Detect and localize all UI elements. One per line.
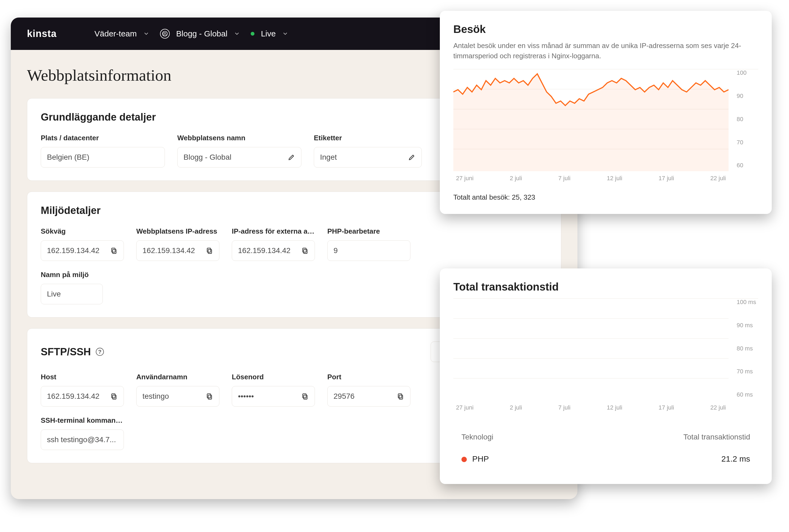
copy-icon[interactable]: [301, 393, 309, 400]
location-value: Belgien (BE): [41, 147, 165, 168]
svg-rect-7: [113, 395, 116, 399]
port-label: Port: [327, 373, 410, 381]
svg-rect-6: [303, 248, 306, 252]
copy-icon[interactable]: [206, 393, 213, 400]
svg-rect-13: [399, 395, 402, 399]
ext-ip-field[interactable]: 162.159.134.42: [232, 240, 315, 261]
svg-rect-4: [207, 248, 211, 252]
svg-rect-8: [112, 394, 115, 398]
ip-field[interactable]: 162.159.134.42: [136, 240, 219, 261]
copy-icon[interactable]: [397, 393, 404, 400]
tech-header: Teknologi: [462, 433, 493, 441]
ext-ip-label: IP-adress för externa anslu: [232, 227, 315, 235]
svg-rect-10: [207, 394, 211, 398]
copy-icon[interactable]: [110, 247, 118, 254]
time-header: Total transaktionstid: [683, 433, 750, 441]
site-name: Blogg - Global: [176, 29, 227, 38]
team-switcher[interactable]: Väder-team: [94, 29, 149, 38]
port-field[interactable]: 29576: [327, 386, 410, 406]
visits-total: Totalt antal besök: 25, 323: [453, 193, 758, 202]
tech-table: Teknologi Total transaktionstid PHP21.2 …: [453, 428, 758, 472]
path-field[interactable]: 162.159.134.42: [41, 240, 124, 261]
copy-icon[interactable]: [301, 247, 309, 254]
path-label: Sökväg: [41, 227, 124, 235]
visits-card: Besök Antalet besök under en viss månad …: [440, 11, 772, 214]
location-label: Plats / datacenter: [41, 134, 165, 142]
wordpress-icon: [160, 29, 170, 39]
svg-rect-12: [303, 394, 306, 398]
status-dot-icon: [251, 32, 255, 36]
logo: kinsta: [27, 28, 57, 39]
trans-chart: 100 ms90 ms80 ms70 ms60 ms 27 juni2 juli…: [453, 298, 758, 414]
visits-title: Besök: [453, 23, 758, 35]
transaction-card: Total transaktionstid 100 ms90 ms80 ms70…: [440, 268, 772, 484]
svg-rect-9: [208, 395, 211, 399]
env-name-field-label: Namn på miljö: [41, 271, 103, 279]
svg-rect-14: [398, 394, 402, 398]
php-label: PHP-bearbetare: [327, 227, 410, 235]
pass-field[interactable]: ••••••: [232, 386, 315, 406]
env-name-field: Live: [41, 284, 103, 304]
host-field[interactable]: 162.159.134.42: [41, 386, 124, 406]
pass-label: Lösenord: [232, 373, 315, 381]
chevron-down-icon: [234, 31, 240, 37]
env-switcher[interactable]: Live: [251, 29, 288, 38]
edit-icon[interactable]: [288, 153, 295, 161]
svg-rect-11: [304, 395, 307, 399]
user-field[interactable]: testingo: [136, 386, 219, 406]
ssh-cmd-field[interactable]: ssh testingo@34.7...: [41, 430, 124, 450]
copy-icon[interactable]: [206, 247, 213, 254]
copy-icon[interactable]: [110, 393, 118, 400]
svg-rect-5: [304, 249, 307, 253]
site-name-field[interactable]: Blogg - Global: [177, 147, 301, 168]
svg-rect-3: [208, 249, 211, 253]
swatch-icon: [462, 457, 467, 462]
tech-row: PHP21.2 ms: [453, 446, 758, 472]
site-switcher[interactable]: Blogg - Global: [160, 29, 240, 39]
tags-field[interactable]: Inget: [314, 147, 422, 168]
ip-label: Webbplatsens IP-adress: [136, 227, 219, 235]
team-name: Väder-team: [94, 29, 137, 38]
help-icon[interactable]: ?: [96, 348, 104, 356]
edit-icon[interactable]: [408, 153, 416, 161]
tags-label: Etiketter: [314, 134, 422, 142]
visits-chart: 10090807060 27 juni2 juli7 juli12 juli17…: [453, 69, 758, 185]
chevron-down-icon: [143, 31, 149, 37]
host-label: Host: [41, 373, 124, 381]
env-name: Live: [261, 29, 276, 38]
svg-rect-1: [113, 249, 116, 253]
chevron-down-icon: [282, 31, 288, 37]
ssh-cmd-label: SSH-terminal kommando: [41, 416, 124, 425]
trans-title: Total transaktionstid: [453, 281, 758, 293]
svg-rect-2: [112, 248, 115, 252]
user-label: Användarnamn: [136, 373, 219, 381]
site-name-label: Webbplatsens namn: [177, 134, 301, 142]
php-field: 9: [327, 240, 410, 261]
visits-desc: Antalet besök under en viss månad är sum…: [453, 41, 758, 61]
sftp-heading: SFTP/SSH: [41, 346, 91, 358]
